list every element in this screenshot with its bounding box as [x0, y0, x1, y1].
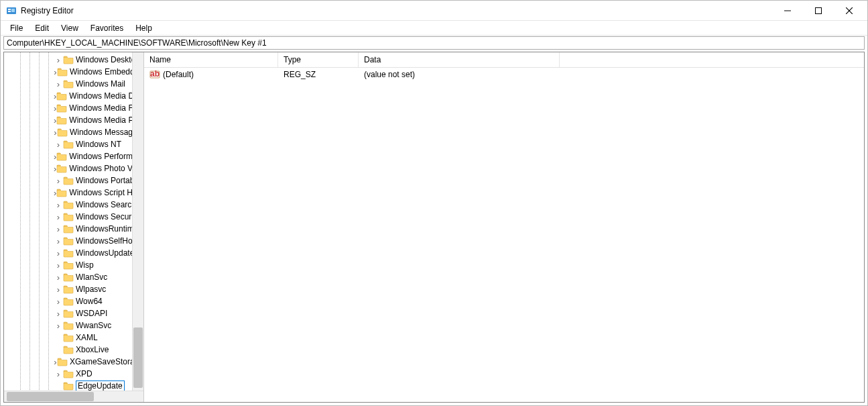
tree-expander-icon[interactable] — [54, 321, 63, 331]
tree-item[interactable]: Windows Mail — [4, 78, 143, 90]
value-row[interactable]: ab(Default)REG_SZ(value not set) — [144, 68, 864, 81]
tree-item-label: Windows Search — [76, 200, 136, 209]
tree-vertical-scrollbar[interactable] — [132, 52, 143, 391]
column-header-name[interactable]: Name — [144, 52, 278, 67]
tree-item-label: Windows Security — [76, 212, 139, 221]
folder-icon — [63, 381, 74, 391]
tree-item-label: XAML — [76, 333, 98, 342]
tree-item[interactable]: Windows Script Host — [4, 187, 143, 199]
folder-icon — [56, 91, 67, 101]
tree-item[interactable]: XPD — [4, 368, 143, 380]
tree-item[interactable]: WindowsUpdate — [4, 247, 143, 259]
tree-item[interactable]: Wlpasvc — [4, 283, 143, 295]
menu-view[interactable]: View — [56, 22, 84, 34]
menu-favorites[interactable]: Favorites — [85, 22, 129, 34]
tree-expander-icon[interactable] — [54, 297, 63, 307]
tree-expander-icon[interactable] — [54, 212, 63, 222]
tree-item-label: Wlpasvc — [76, 285, 106, 294]
tree-item[interactable]: Windows Media Device — [4, 90, 143, 102]
tree-expander-icon[interactable] — [54, 248, 63, 258]
tree-item[interactable]: Windows Photo Viewer — [4, 162, 143, 174]
tree-item[interactable]: Windows Portable — [4, 174, 143, 187]
tree-expander-icon[interactable] — [54, 176, 63, 186]
tree-item[interactable]: Windows Embedded — [4, 66, 143, 78]
titlebar: Registry Editor — [1, 1, 867, 21]
tree-expander-icon[interactable] — [54, 236, 63, 246]
tree-item[interactable]: Wisp — [4, 259, 143, 271]
column-header-data[interactable]: Data — [359, 52, 560, 67]
value-name: (Default) — [163, 70, 194, 79]
address-path: Computer\HKEY_LOCAL_MACHINE\SOFTWARE\Mic… — [7, 38, 267, 48]
tree-item[interactable]: Wow64 — [4, 295, 143, 307]
folder-icon — [63, 176, 74, 185]
column-header-type[interactable]: Type — [278, 52, 359, 67]
tree-expander-icon[interactable] — [54, 55, 63, 65]
folder-icon — [63, 224, 74, 234]
tree-item[interactable]: XGameSaveStorage — [4, 356, 143, 368]
tree-expander-icon[interactable] — [54, 272, 63, 283]
tree-item[interactable]: WwanSvc — [4, 319, 143, 332]
svg-text:ab: ab — [150, 69, 160, 79]
tree-item[interactable]: Windows Messaging — [4, 126, 143, 138]
tree-item[interactable]: XAML — [4, 332, 143, 344]
tree-expander-icon[interactable] — [54, 140, 63, 150]
tree-item[interactable]: Windows Search — [4, 199, 143, 211]
tree-item[interactable]: XboxLive — [4, 344, 143, 356]
svg-rect-1 — [8, 9, 11, 10]
folder-icon — [63, 333, 74, 342]
tree-item[interactable]: Windows Security — [4, 211, 143, 223]
tree-item-label: XboxLive — [76, 345, 109, 354]
tree-item-label: WindowsSelfHost — [76, 236, 139, 246]
values-panel: Name Type Data ab(Default)REG_SZ(value n… — [144, 52, 864, 402]
folder-icon — [63, 55, 74, 64]
tree-item-label: WindowsRuntime — [76, 224, 138, 234]
minimize-button[interactable] — [772, 1, 803, 20]
menu-help[interactable]: Help — [130, 22, 158, 34]
tree-content: Windows DesktopWindows EmbeddedWindows M… — [4, 52, 143, 392]
tree-item[interactable]: Windows Performance — [4, 150, 143, 162]
folder-icon — [63, 236, 74, 246]
tree-item-label: XPD — [76, 369, 92, 378]
tree-item[interactable]: Windows Media Player — [4, 114, 143, 126]
folder-icon — [63, 321, 74, 330]
tree-scroller[interactable]: Windows DesktopWindows EmbeddedWindows M… — [4, 52, 143, 402]
menu-file[interactable]: File — [5, 22, 28, 34]
tree-expander-icon[interactable] — [54, 224, 63, 234]
tree-horizontal-scrollbar[interactable] — [4, 391, 143, 402]
vertical-scroll-thumb[interactable] — [133, 327, 143, 388]
tree-item-label: Wisp — [76, 260, 94, 270]
folder-icon — [63, 260, 74, 270]
maximize-button[interactable] — [803, 1, 834, 20]
folder-icon — [63, 200, 74, 209]
tree-expander-icon[interactable] — [54, 369, 63, 379]
tree-item-label: Windows Desktop — [76, 55, 140, 64]
tree-item-label: WwanSvc — [76, 321, 111, 330]
folder-icon — [63, 140, 74, 149]
horizontal-scroll-thumb[interactable] — [7, 392, 94, 401]
tree-item[interactable]: WlanSvc — [4, 271, 143, 283]
menu-edit[interactable]: Edit — [29, 22, 54, 34]
tree-item[interactable]: WSDAPI — [4, 307, 143, 319]
tree-item[interactable]: Windows NT — [4, 138, 143, 150]
value-type: REG_SZ — [278, 70, 359, 79]
folder-icon — [56, 164, 67, 173]
tree-expander-icon[interactable] — [54, 200, 63, 210]
tree-item-label[interactable]: EdgeUpdate — [76, 380, 125, 391]
tree-item[interactable]: WindowsSelfHost — [4, 235, 143, 247]
close-button[interactable] — [834, 1, 865, 20]
tree-item-label: WSDAPI — [76, 309, 107, 318]
folder-icon — [63, 369, 74, 378]
folder-icon — [63, 79, 74, 89]
tree-expander-icon[interactable] — [54, 309, 63, 319]
folder-icon — [63, 345, 74, 354]
tree-item[interactable]: Windows Media Foundation — [4, 102, 143, 114]
window-title: Registry Editor — [21, 6, 74, 15]
tree-expander-icon[interactable] — [54, 79, 63, 89]
tree-expander-icon[interactable] — [54, 285, 63, 295]
tree-item[interactable]: WindowsRuntime — [4, 223, 143, 235]
tree-item[interactable]: Windows Desktop — [4, 54, 143, 66]
svg-rect-3 — [11, 9, 15, 12]
tree-expander-icon[interactable] — [54, 260, 63, 270]
values-body[interactable]: ab(Default)REG_SZ(value not set) — [144, 68, 864, 402]
address-bar[interactable]: Computer\HKEY_LOCAL_MACHINE\SOFTWARE\Mic… — [3, 36, 865, 50]
